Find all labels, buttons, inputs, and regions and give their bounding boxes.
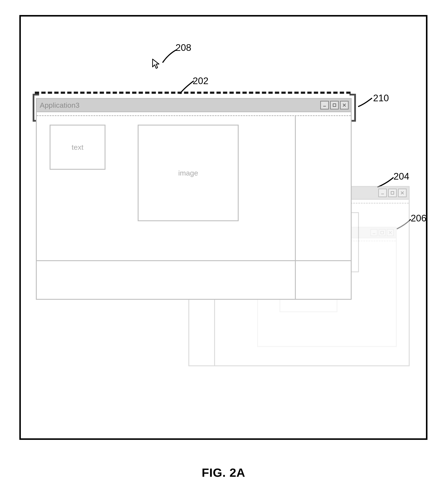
minimize-button[interactable] [320,101,329,109]
leader-202 [178,79,195,96]
maximize-button[interactable] [330,101,339,109]
titlebar-application3[interactable]: Application3 [37,99,351,112]
status-bar [37,260,351,299]
figure-frame: Application1 text Application2 [19,15,428,440]
svg-rect-4 [323,106,326,107]
svg-rect-5 [333,104,336,107]
placeholder-label: text [72,143,84,151]
minimize-button[interactable] [378,189,387,197]
text-region: text [50,125,105,170]
window-application3[interactable]: Application3 text image [36,98,352,300]
svg-rect-3 [391,192,394,194]
image-region: image [138,125,239,221]
close-button[interactable] [398,189,407,197]
placeholder-label: image [178,169,198,177]
ref-206: 206 [411,213,426,224]
figure-caption: FIG. 2A [0,466,447,480]
window-controls [320,101,349,109]
menubar [37,112,351,116]
maximize-button[interactable] [388,189,397,197]
leader-210 [358,97,373,108]
window-controls [378,189,407,197]
window-title: Application3 [40,101,79,109]
patent-figure-page: Application1 text Application2 [0,0,447,504]
ref-208: 208 [175,42,191,53]
leader-208 [160,48,178,65]
ref-204: 204 [393,171,409,182]
ref-210: 210 [373,93,389,103]
cursor-icon [152,58,160,69]
ref-202: 202 [193,75,208,86]
window-body: text image [37,116,351,299]
close-button[interactable] [340,101,349,109]
svg-rect-2 [381,194,384,194]
